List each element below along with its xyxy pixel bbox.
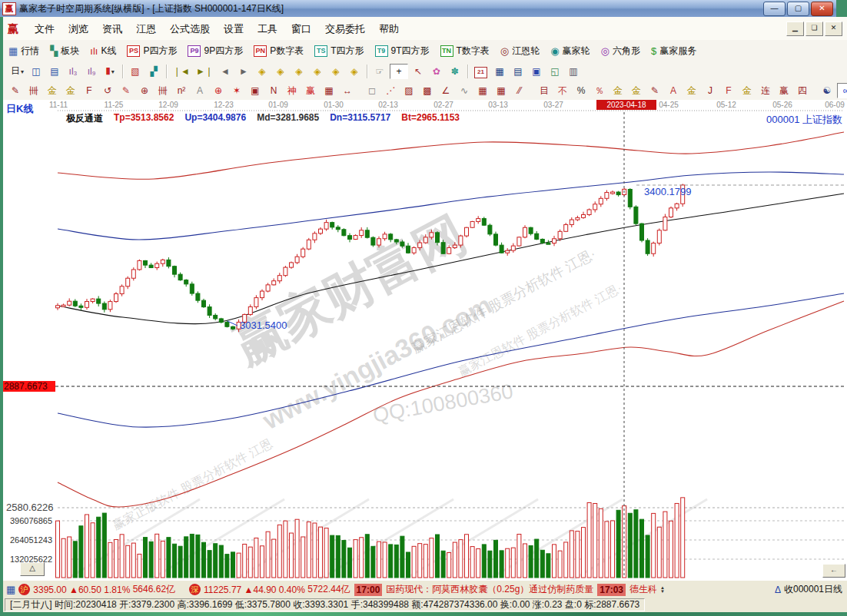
diamond-h-icon[interactable]: ◈	[291, 65, 307, 78]
angle-lines-icon[interactable]: ∠	[437, 84, 454, 98]
diamond-left-icon[interactable]: ◈	[254, 65, 271, 78]
infinity-icon[interactable]: ∞	[837, 83, 847, 98]
target-icon[interactable]: ⊕	[210, 84, 227, 98]
yinyang-icon[interactable]: ☯	[819, 84, 835, 98]
menu-item-浏览[interactable]: 浏览	[61, 20, 95, 38]
notes-icon[interactable]: ▤	[510, 65, 526, 78]
menu-item-资讯[interactable]: 资讯	[95, 20, 129, 38]
toolbar-winner-wheel[interactable]: ◉赢家轮	[550, 45, 590, 58]
save-icon[interactable]: ▣	[528, 65, 545, 78]
period-day-icon[interactable]: 日	[8, 64, 26, 79]
diamond-plus-icon[interactable]: ◈	[346, 65, 363, 78]
si-angle-icon[interactable]: 四	[794, 84, 811, 98]
parallel-lines-icon[interactable]: ⁄⁄	[511, 84, 528, 98]
menu-item-公式选股[interactable]: 公式选股	[163, 20, 217, 38]
gold-angle-icon[interactable]: 金	[739, 84, 756, 98]
grid-dense-icon[interactable]: ▦	[474, 84, 491, 98]
lian-angle-icon[interactable]: 连	[757, 84, 774, 98]
menu-item-江恩[interactable]: 江恩	[129, 20, 163, 38]
percent-icon[interactable]: %	[573, 84, 590, 98]
menu-item-工具[interactable]: 工具	[251, 20, 284, 38]
news-ticker-text-2[interactable]: 德生科	[629, 583, 657, 596]
gold-comb-2-icon[interactable]: 金	[62, 84, 79, 98]
toolbar-t-table[interactable]: TNT数字表	[440, 45, 490, 58]
color-chart-icon[interactable]: ▞	[145, 65, 162, 78]
region-select-icon[interactable]: ▧	[127, 65, 144, 78]
mdi-restore-button[interactable]: ❏	[805, 22, 823, 36]
remote-pc-icon[interactable]: ▥	[565, 65, 582, 78]
toolbar-p-table[interactable]: PNP数字表	[254, 45, 304, 58]
box-target-icon[interactable]: ▣	[247, 84, 264, 98]
list-view-icon[interactable]: ▤	[46, 65, 63, 78]
menu-item-交易委托[interactable]: 交易委托	[318, 20, 372, 38]
toolbar-gann-wheel[interactable]: ◎江恩轮	[500, 45, 540, 58]
window-maximize-button[interactable]: ▢	[787, 2, 809, 16]
pitchfork-icon[interactable]: A	[665, 84, 682, 98]
comb-2-icon[interactable]: 卌	[154, 84, 171, 98]
go-first-icon[interactable]: ❘◄	[171, 65, 192, 78]
toolbar-hexagon[interactable]: ◎六角形	[601, 45, 640, 58]
ying-angle-icon[interactable]: 赢	[776, 84, 792, 98]
a-mirror-icon[interactable]: A	[191, 84, 208, 98]
spiral-icon[interactable]: ↺	[99, 84, 116, 98]
window-minimize-button[interactable]: —	[763, 2, 786, 16]
box-rays-icon[interactable]: ▨	[400, 84, 417, 98]
toolbar-sectors[interactable]: ▚板块	[50, 45, 79, 58]
grid-123-icon[interactable]: ▦	[321, 84, 337, 98]
mdi-minimize-button[interactable]: ▁	[786, 22, 804, 36]
gold-comb-1-icon[interactable]: 金	[44, 84, 61, 98]
frame-icon[interactable]: ◻	[364, 84, 380, 98]
quote-grid-icon[interactable]: ▦	[6, 584, 15, 595]
star-grid-icon[interactable]: ✶	[228, 84, 245, 98]
diamond-star-icon[interactable]: ◈	[327, 65, 344, 78]
width-measure-icon[interactable]: ↔	[339, 84, 356, 98]
crosshair-tool-icon[interactable]: +	[390, 64, 408, 79]
brush-icon[interactable]: ✎	[646, 84, 663, 98]
news-ticker-text[interactable]: 国药现代：阿莫西林胶囊（0.25g）通过仿制药质量	[386, 583, 593, 596]
toolbar-t-square[interactable]: TST四方形	[314, 45, 364, 58]
calendar-21-icon[interactable]: 21	[472, 64, 490, 80]
f-angle-icon[interactable]: F	[720, 84, 737, 98]
zigzag-icon[interactable]: ∿	[456, 84, 473, 98]
toolbar-quotes[interactable]: ▦行情	[8, 45, 39, 58]
step-back-icon[interactable]: ◄	[217, 65, 234, 78]
diamond-right-icon[interactable]: ◈	[272, 65, 289, 78]
toolbar-9t-square[interactable]: T99T四方形	[375, 45, 430, 58]
chart-canvas[interactable]: 赢家江恩软件 股票分析软件 江恩·赢家江恩软件 股票分析软件 江恩·赢家正版软件…	[0, 100, 847, 580]
mdi-close-button[interactable]: ✕	[825, 22, 842, 36]
pen-angle-icon[interactable]: ✎	[118, 84, 135, 98]
toolbar-p-square[interactable]: PSP四方形	[127, 45, 177, 58]
hand-tool-icon[interactable]: ☞	[371, 65, 388, 78]
go-last-icon[interactable]: ►❘	[194, 65, 215, 78]
bars-9-icon[interactable]: ıl₉	[83, 65, 100, 78]
circle-comb-icon[interactable]: ⊕	[136, 84, 153, 98]
step-forward-icon[interactable]: ►	[235, 65, 252, 78]
gold-underline-icon[interactable]: 金	[683, 84, 700, 98]
pointer-a-icon[interactable]: ↖	[410, 65, 427, 78]
stats-pct-icon[interactable]: 目	[536, 84, 553, 98]
pen-icon[interactable]: ✎	[7, 84, 24, 98]
n-square-icon[interactable]: n²	[173, 84, 190, 98]
ying-comb-icon[interactable]: 赢	[302, 84, 319, 98]
window-close-button[interactable]: ✕	[811, 2, 833, 16]
box-rays-2-icon[interactable]: ▩	[419, 84, 436, 98]
candle-style-icon[interactable]: ▮	[101, 64, 118, 79]
menu-item-文件[interactable]: 文件	[28, 20, 61, 38]
tile-windows-icon[interactable]: ◱	[546, 65, 563, 78]
news-scroll-spinner[interactable]: ▲▼	[660, 586, 665, 594]
no-pct-icon[interactable]: 不	[554, 84, 571, 98]
pulse-icon[interactable]: Ν	[265, 84, 282, 98]
diamond-x-icon[interactable]: ◈	[309, 65, 326, 78]
toolbar-winner-service[interactable]: $赢家服务	[651, 45, 696, 58]
j-angle-icon[interactable]: J	[702, 84, 719, 98]
shen-comb-icon[interactable]: 神	[284, 84, 301, 98]
menu-item-帮助[interactable]: 帮助	[372, 20, 406, 38]
bars-3-icon[interactable]: ıl₃	[65, 65, 81, 78]
flower-tool-icon[interactable]: ✿	[428, 65, 445, 78]
f-comb-icon[interactable]: F	[81, 84, 98, 98]
rays-fan-icon[interactable]: ⋰	[382, 84, 399, 98]
gold-circle-icon[interactable]: 金	[610, 84, 626, 98]
gann-comb-icon[interactable]: 卌	[25, 84, 42, 98]
calculator-icon[interactable]: ▦	[491, 65, 508, 78]
grid-arrow-icon[interactable]: ▦	[493, 84, 510, 98]
